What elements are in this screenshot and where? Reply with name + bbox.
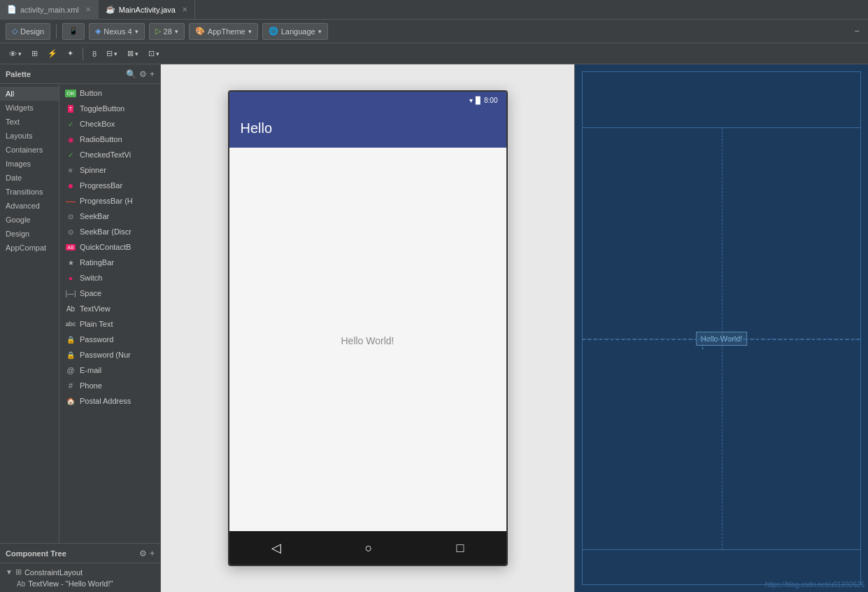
palette-cat-containers[interactable]: Containers bbox=[0, 143, 59, 157]
recents-nav-icon: □ bbox=[457, 541, 464, 556]
palette-cat-appcompat[interactable]: AppCompat bbox=[0, 241, 59, 255]
palette-item-postal[interactable]: 🏠 Postal Address bbox=[59, 393, 160, 409]
layout-mode-btn[interactable]: ⚡ bbox=[44, 48, 61, 59]
api-icon: ▷ bbox=[155, 27, 161, 36]
ratingbar-label: RatingBar bbox=[80, 258, 114, 267]
palette-cat-all[interactable]: All bbox=[0, 87, 59, 101]
search-icon[interactable]: 🔍 bbox=[126, 69, 136, 79]
button-label: Button bbox=[80, 89, 102, 97]
tree-add-icon[interactable]: + bbox=[150, 549, 155, 558]
palette-item-spinner[interactable]: ≡ Spinner bbox=[59, 162, 160, 178]
orientation-btn[interactable]: 📱 bbox=[62, 23, 85, 40]
second-toolbar: 👁 ▾ ⊞ ⚡ ✦ 8 ⊟ ▾ ⊠ ▾ ⊡ ▾ bbox=[0, 43, 868, 64]
palette-cat-transitions[interactable]: Transitions bbox=[0, 185, 59, 199]
palette-cat-layouts[interactable]: Layouts bbox=[0, 129, 59, 143]
api-level-btn[interactable]: ▷ 28 ▾ bbox=[149, 23, 185, 40]
component-tree-panel: Component Tree ⚙ + ▼ ⊞ ConstraintLayout … bbox=[0, 543, 160, 592]
chevron-down-api-icon: ▾ bbox=[175, 28, 178, 35]
tree-content: ▼ ⊞ ConstraintLayout Ab TextView - "Hell… bbox=[0, 563, 160, 592]
nexus-label: Nexus 4 bbox=[104, 27, 131, 36]
textview-label: TextView bbox=[80, 304, 111, 313]
theme-selector-btn[interactable]: 🎨 AppTheme ▾ bbox=[189, 23, 258, 40]
eye-toggle-btn[interactable]: 👁 ▾ bbox=[6, 48, 25, 59]
blueprint-phone-frame: ↑ ↓ Hello World! bbox=[582, 71, 861, 585]
tree-textview[interactable]: Ab TextView - "Hello World!" bbox=[0, 578, 160, 589]
textview-palette-icon: Ab bbox=[65, 303, 76, 314]
add-icon[interactable]: + bbox=[150, 69, 155, 79]
palette-item-phone[interactable]: # Phone bbox=[59, 378, 160, 393]
phone-app-title: Hello bbox=[241, 120, 273, 136]
blueprint-nav-bar bbox=[583, 549, 860, 584]
palette-item-togglebutton[interactable]: T ToggleButton bbox=[59, 101, 160, 116]
settings-icon[interactable]: ⚙ bbox=[139, 69, 147, 79]
palette-item-progressbar[interactable]: ● ProgressBar bbox=[59, 178, 160, 193]
orientation-icon: 📱 bbox=[69, 27, 78, 36]
grid-btn[interactable]: ⊟ ▾ bbox=[103, 48, 121, 59]
tree-constraint-layout[interactable]: ▼ ⊞ ConstraintLayout bbox=[0, 566, 160, 578]
phone-status-bar: ▾ ▉ 8:00 bbox=[229, 92, 506, 108]
palette-header: Palette 🔍 ⚙ + bbox=[0, 64, 160, 84]
radiobutton-palette-icon: ◉ bbox=[65, 134, 76, 145]
palette-cat-date[interactable]: Date bbox=[0, 171, 59, 185]
palette-cat-widgets[interactable]: Widgets bbox=[0, 101, 59, 115]
align-left-chevron-icon: ▾ bbox=[135, 50, 138, 57]
palette-cat-text[interactable]: Text bbox=[0, 115, 59, 129]
design-mode-btn[interactable]: ◇ Design bbox=[6, 23, 50, 40]
phone-preview: ▾ ▉ 8:00 Hello Hello World! ◁ ○ □ bbox=[228, 90, 508, 566]
align-left-btn[interactable]: ⊠ ▾ bbox=[124, 48, 142, 59]
clock: 8:00 bbox=[484, 97, 497, 104]
palette-item-progressbar-h[interactable]: — ProgressBar (H bbox=[59, 193, 160, 209]
ratingbar-palette-icon: ★ bbox=[65, 257, 76, 268]
palette-item-seekbar-discr[interactable]: ⊙ SeekBar (Discr bbox=[59, 224, 160, 239]
minimize-btn[interactable]: − bbox=[851, 24, 862, 38]
tab-activity-xml[interactable]: 📄 activity_main.xml ✕ bbox=[0, 0, 99, 19]
palette-item-plaintext[interactable]: abc Plain Text bbox=[59, 316, 160, 332]
device-selector-btn[interactable]: ◈ Nexus 4 ▾ bbox=[89, 23, 144, 40]
palette-item-seekbar[interactable]: ⊙ SeekBar bbox=[59, 209, 160, 224]
align-top-icon: ⊡ bbox=[148, 49, 155, 58]
close-java-tab[interactable]: ✕ bbox=[182, 6, 187, 13]
seekbar-label: SeekBar bbox=[80, 212, 109, 220]
email-palette-icon: @ bbox=[65, 365, 76, 376]
palette-cat-advanced[interactable]: Advanced bbox=[0, 199, 59, 213]
align-top-btn[interactable]: ⊡ ▾ bbox=[145, 48, 163, 59]
java-file-icon: ☕ bbox=[106, 5, 115, 14]
palette-item-password[interactable]: 🔒 Password bbox=[59, 332, 160, 347]
palette-cat-images[interactable]: Images bbox=[0, 157, 59, 171]
palette-item-password-num[interactable]: 🔒 Password (Nur bbox=[59, 347, 160, 362]
progressbar-h-label: ProgressBar (H bbox=[80, 197, 133, 205]
grid-icon: ⊟ bbox=[106, 49, 113, 58]
layout-icon: ⚡ bbox=[48, 49, 57, 58]
palette-item-radiobutton[interactable]: ◉ RadioButton bbox=[59, 132, 160, 147]
language-btn[interactable]: 🌐 Language ▾ bbox=[262, 23, 328, 40]
tree-settings-icon[interactable]: ⚙ bbox=[139, 549, 147, 558]
palette-item-textview[interactable]: Ab TextView bbox=[59, 301, 160, 316]
blueprint-app-bar bbox=[583, 72, 860, 128]
blueprint-panel: ↑ ↓ Hello World! https://blog.csdn.net/u… bbox=[574, 64, 868, 592]
palette-item-email[interactable]: @ E-mail bbox=[59, 362, 160, 378]
postal-palette-icon: 🏠 bbox=[65, 395, 76, 407]
close-xml-tab[interactable]: ✕ bbox=[85, 6, 91, 13]
palette-item-button[interactable]: OK Button bbox=[59, 85, 160, 101]
palette-cat-design[interactable]: Design bbox=[0, 227, 59, 241]
palette-item-quickcontactb[interactable]: AB QuickContactB bbox=[59, 239, 160, 255]
palette-item-ratingbar[interactable]: ★ RatingBar bbox=[59, 255, 160, 270]
tab-mainactivity-java[interactable]: ☕ MainActivity.java ✕ bbox=[99, 0, 195, 19]
palette-item-checkbox[interactable]: ✓ CheckBox bbox=[59, 116, 160, 132]
language-label: Language bbox=[281, 27, 315, 36]
palette-categories: All Widgets Text Layouts Containers Imag… bbox=[0, 84, 59, 543]
theme-icon: 🎨 bbox=[195, 27, 205, 36]
palette-header-icons: 🔍 ⚙ + bbox=[126, 69, 155, 79]
magic-icon: ✦ bbox=[67, 49, 73, 58]
palette-item-space[interactable]: |—| Space bbox=[59, 286, 160, 301]
magic-btn[interactable]: ✦ bbox=[64, 48, 77, 59]
tab-xml-label: activity_main.xml bbox=[20, 6, 79, 14]
signal-icon: ▉ bbox=[476, 97, 481, 104]
palette-cat-google[interactable]: Google bbox=[0, 213, 59, 227]
palette-title: Palette bbox=[6, 70, 31, 78]
blueprint-toggle-btn[interactable]: ⊞ bbox=[28, 48, 41, 59]
password-label: Password bbox=[80, 335, 113, 344]
palette-items-list: OK Button T ToggleButton ✓ CheckBox bbox=[59, 84, 160, 543]
palette-item-switch[interactable]: ● Switch bbox=[59, 270, 160, 286]
palette-item-checkedtextview[interactable]: ✓ CheckedTextVi bbox=[59, 147, 160, 162]
